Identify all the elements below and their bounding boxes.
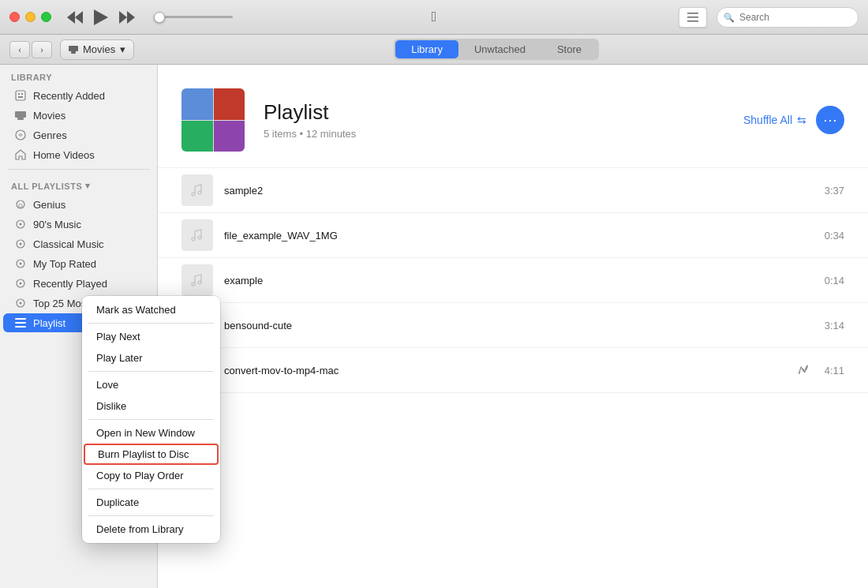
ctx-open-new-window[interactable]: Open in New Window xyxy=(82,422,220,444)
ctx-play-later[interactable]: Play Later xyxy=(82,347,220,369)
sidebar-label-recently-played: Recently Played xyxy=(33,278,107,290)
playlist-header: Playlist 5 items • 12 minutes Shuffle Al… xyxy=(158,65,868,168)
track-row[interactable]: file_example_WAV_1MG 0:34 xyxy=(158,213,868,258)
track-row[interactable]: bensound-cute 3:14 xyxy=(158,303,868,348)
sidebar-item-90s-music[interactable]: 90's Music xyxy=(3,215,154,234)
sidebar-label-playlist: Playlist xyxy=(33,317,65,329)
sidebar-label-home-videos: Home Videos xyxy=(33,149,95,161)
svg-rect-6 xyxy=(687,17,698,18)
traffic-lights xyxy=(9,12,51,22)
minimize-button[interactable] xyxy=(25,12,36,22)
sidebar-item-my-top-rated[interactable]: My Top Rated xyxy=(3,254,154,273)
content-area: Playlist 5 items • 12 minutes Shuffle Al… xyxy=(158,65,868,588)
movies-icon xyxy=(14,109,27,122)
svg-rect-31 xyxy=(15,326,26,328)
track-thumbnail-2 xyxy=(181,219,213,251)
ctx-love[interactable]: Love xyxy=(82,374,220,395)
shuffle-button[interactable]: Shuffle All ⇆ xyxy=(743,114,806,126)
nav-bar: ‹ › Movies ▾ Library Unwtached Store xyxy=(0,35,868,65)
playlist-icon-recently-played xyxy=(14,277,27,290)
music-note-icon xyxy=(190,273,204,287)
library-dropdown[interactable]: Movies ▾ xyxy=(60,39,134,60)
ctx-separator-2 xyxy=(88,371,214,372)
track-name-3: example xyxy=(224,275,814,287)
track-duration-2: 0:34 xyxy=(825,230,844,242)
track-thumbnail-1 xyxy=(181,174,213,206)
more-button[interactable]: ⋯ xyxy=(816,106,844,134)
track-name-4: bensound-cute xyxy=(224,320,814,331)
svg-rect-11 xyxy=(18,93,20,95)
tab-store[interactable]: Store xyxy=(541,40,597,58)
nav-arrows: ‹ › xyxy=(9,41,52,58)
sidebar-label-genius: Genius xyxy=(33,199,65,211)
track-name-5: convert-mov-to-mp4-mac xyxy=(224,365,787,376)
svg-rect-14 xyxy=(15,111,26,118)
svg-rect-13 xyxy=(18,96,23,98)
ctx-duplicate[interactable]: Duplicate xyxy=(82,492,220,513)
track-row[interactable]: convert-mov-to-mp4-mac 🗲 4:11 xyxy=(158,348,868,393)
context-menu: Mark as Watched Play Next Play Later Lov… xyxy=(82,296,220,543)
svg-marker-2 xyxy=(94,9,108,25)
track-name-2: file_example_WAV_1MG xyxy=(224,230,814,242)
playlist-icon-90s xyxy=(14,218,27,230)
svg-point-22 xyxy=(20,243,22,245)
playlists-chevron-icon: ▾ xyxy=(85,181,91,191)
tab-unwatched[interactable]: Unwtached xyxy=(458,40,541,58)
track-duration-3: 0:14 xyxy=(825,275,844,287)
home-videos-icon xyxy=(14,148,27,161)
sidebar-item-home-videos[interactable]: Home Videos xyxy=(3,145,154,164)
fast-forward-button[interactable] xyxy=(119,11,135,24)
svg-point-28 xyxy=(20,302,22,305)
svg-marker-0 xyxy=(75,11,83,24)
tab-library[interactable]: Library xyxy=(395,40,458,58)
sidebar-label-movies: Movies xyxy=(33,110,65,122)
ctx-dislike[interactable]: Dislike xyxy=(82,395,220,417)
svg-text:G: G xyxy=(18,202,23,209)
sidebar-label-classical-music: Classical Music xyxy=(33,238,104,250)
more-icon: ⋯ xyxy=(823,111,837,129)
sidebar-item-movies[interactable]: Movies xyxy=(3,106,154,125)
svg-marker-3 xyxy=(119,11,127,24)
search-bar: 🔍 xyxy=(679,7,859,28)
sidebar-item-recently-played[interactable]: Recently Played xyxy=(3,274,154,293)
svg-point-20 xyxy=(20,223,22,226)
rewind-button[interactable] xyxy=(67,11,83,24)
ctx-separator-3 xyxy=(88,419,214,420)
ctx-separator-5 xyxy=(88,515,214,516)
svg-rect-15 xyxy=(17,118,24,120)
svg-rect-5 xyxy=(687,13,698,14)
playlist-icon-top-rated xyxy=(14,257,27,270)
sidebar-divider xyxy=(8,169,149,170)
sidebar-item-genres[interactable]: Genres xyxy=(3,125,154,144)
back-button[interactable]: ‹ xyxy=(9,41,30,58)
sidebar-item-classical-music[interactable]: Classical Music xyxy=(3,234,154,253)
svg-point-26 xyxy=(20,283,22,285)
play-button[interactable] xyxy=(94,9,108,25)
track-row[interactable]: example 0:14 xyxy=(158,258,868,303)
ctx-play-next[interactable]: Play Next xyxy=(82,326,220,347)
sidebar-label-90s-music: 90's Music xyxy=(33,219,81,230)
volume-slider[interactable] xyxy=(154,16,233,18)
playlists-label: All Playlists xyxy=(11,182,82,191)
playlists-section-header[interactable]: All Playlists ▾ xyxy=(0,174,157,194)
ctx-mark-as-watched[interactable]: Mark as Watched xyxy=(82,299,220,320)
search-icon: 🔍 xyxy=(724,12,735,22)
sidebar-label-genres: Genres xyxy=(33,129,67,141)
menu-button[interactable] xyxy=(679,7,707,28)
close-button[interactable] xyxy=(9,12,20,22)
title-bar:  🔍 xyxy=(0,0,868,35)
forward-button[interactable]: › xyxy=(32,41,52,58)
ctx-burn-playlist[interactable]: Burn Playlist to Disc xyxy=(84,444,219,465)
ctx-delete-library[interactable]: Delete from Library xyxy=(82,519,220,540)
track-list: sample2 3:37 file_example_WAV_1MG 0:34 e… xyxy=(158,168,868,393)
sidebar-item-recently-added[interactable]: Recently Added xyxy=(3,86,154,105)
maximize-button[interactable] xyxy=(41,12,51,22)
ctx-copy-play-order[interactable]: Copy to Play Order xyxy=(82,465,220,486)
search-input[interactable] xyxy=(716,7,859,28)
playlist-actions: Shuffle All ⇆ ⋯ xyxy=(743,106,844,134)
ctx-separator-1 xyxy=(88,323,214,324)
track-row[interactable]: sample2 3:37 xyxy=(158,168,868,213)
playlist-info: Playlist 5 items • 12 minutes xyxy=(264,100,724,140)
track-duration-4: 3:14 xyxy=(825,320,844,331)
sidebar-item-genius[interactable]: G Genius xyxy=(3,195,154,214)
